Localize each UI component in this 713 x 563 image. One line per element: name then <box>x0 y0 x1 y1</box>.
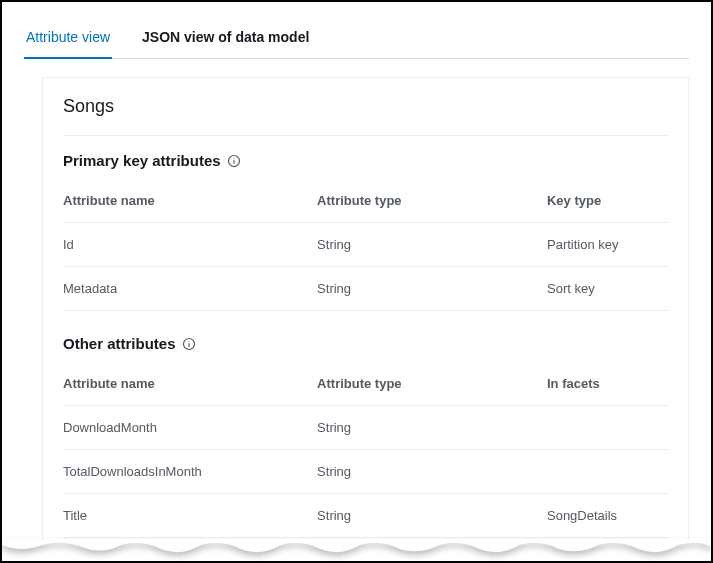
cell-attr-name: Metadata <box>63 267 317 311</box>
col-in-facets: In facets <box>547 362 668 406</box>
cell-attr-name: DownloadMonth <box>63 406 317 450</box>
table-row: Metadata String Sort key <box>63 267 668 311</box>
tab-json-view[interactable]: JSON view of data model <box>140 19 311 59</box>
col-attribute-name: Attribute name <box>63 362 317 406</box>
table-row: Id String Partition key <box>63 223 668 267</box>
cell-attr-type: String <box>317 450 547 494</box>
svg-point-2 <box>233 157 234 158</box>
cell-attr-type: String <box>317 494 547 538</box>
cell-key-type: Sort key <box>547 267 668 311</box>
cell-in-facets <box>547 406 668 450</box>
col-attribute-type: Attribute type <box>317 179 547 223</box>
table-row: TotalDownloadsInMonth String <box>63 450 668 494</box>
tab-attribute-view[interactable]: Attribute view <box>24 19 112 59</box>
other-attributes-table: Attribute name Attribute type In facets … <box>63 362 668 563</box>
panel-songs: Songs Primary key attributes Attribute n… <box>42 77 689 563</box>
primary-key-table: Attribute name Attribute type Key type I… <box>63 179 668 311</box>
svg-point-5 <box>188 340 189 341</box>
cell-in-facets <box>547 450 668 494</box>
table-header-row: Attribute name Attribute type In facets <box>63 362 668 406</box>
cell-in-facets: SongDetails <box>547 494 668 538</box>
table-row: Title String SongDetails <box>63 494 668 538</box>
cell-attr-type: String <box>317 406 547 450</box>
col-attribute-name: Attribute name <box>63 179 317 223</box>
cell-attr-name: Id <box>63 223 317 267</box>
cell-attr-type: String <box>317 267 547 311</box>
cell-attr-name: Title <box>63 494 317 538</box>
col-attribute-type: Attribute type <box>317 362 547 406</box>
table-row: DownloadMonth String <box>63 406 668 450</box>
tabs: Attribute view JSON view of data model <box>24 18 689 59</box>
other-attributes-heading: Other attributes <box>63 335 176 352</box>
panel-title: Songs <box>63 96 668 117</box>
info-icon[interactable] <box>182 337 196 351</box>
cell-attr-name: TotalDownloadsInMonth <box>63 450 317 494</box>
table-header-row: Attribute name Attribute type Key type <box>63 179 668 223</box>
col-key-type: Key type <box>547 179 668 223</box>
torn-edge-decoration <box>2 539 711 561</box>
section-other-attributes: Other attributes Attribute name Attribut… <box>63 319 668 563</box>
section-primary-key: Primary key attributes Attribute name At… <box>63 136 668 311</box>
cell-attr-type: String <box>317 223 547 267</box>
primary-key-heading: Primary key attributes <box>63 152 221 169</box>
cell-key-type: Partition key <box>547 223 668 267</box>
info-icon[interactable] <box>227 154 241 168</box>
